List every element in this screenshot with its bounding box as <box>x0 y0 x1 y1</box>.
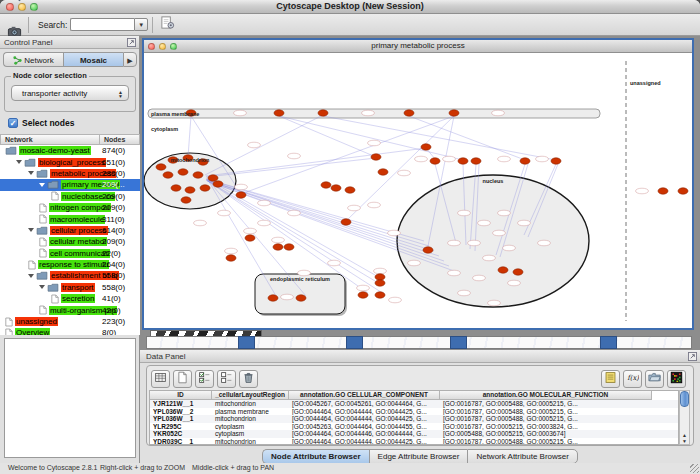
network-node[interactable] <box>181 197 191 203</box>
table-row[interactable]: YJR121W__1mitochondrion[GO:0045267, GO:0… <box>150 400 678 408</box>
minimized-window-edge[interactable] <box>238 336 255 349</box>
network-node[interactable] <box>375 274 385 280</box>
network-node[interactable] <box>273 244 283 250</box>
tree-row-macromolecule[interactable]: macromolecule311(0) <box>0 213 140 224</box>
float-panel-icon[interactable] <box>688 352 697 361</box>
expand-arrow-icon[interactable] <box>28 228 34 232</box>
network-node[interactable] <box>378 169 388 175</box>
network-node[interactable] <box>284 244 294 250</box>
network-node[interactable] <box>375 280 385 286</box>
column-header[interactable]: annotation.GO MOLECULAR_FUNCTION <box>440 391 652 400</box>
tree-row-biological-process[interactable]: biological_process651(0) <box>0 156 140 167</box>
zoom-region-button[interactable] <box>4 0 24 7</box>
network-node[interactable] <box>318 110 328 116</box>
table-row[interactable]: YLR295Ccytoplasm[GO:0045263, GO:0044464,… <box>150 423 678 431</box>
attribute-matrix-button[interactable] <box>667 370 686 388</box>
network-node[interactable] <box>358 292 368 298</box>
network-node[interactable] <box>404 110 414 116</box>
select-nodes-checkbox[interactable]: ✓ <box>8 118 18 128</box>
network-node[interactable] <box>345 187 355 193</box>
network-canvas[interactable]: plasma membranecytoplasmmitochondrionnuc… <box>144 53 692 328</box>
network-node[interactable] <box>449 110 459 116</box>
network-node[interactable] <box>375 292 385 298</box>
column-header[interactable]: _cellularLayoutRegion <box>212 391 289 400</box>
tree-row-unassigned[interactable]: unassigned223(0) <box>0 316 140 327</box>
tree-row-overview[interactable]: Overview8(0) <box>0 327 140 335</box>
tree-row-metabolic-process[interactable]: metabolic process280(0) <box>0 168 140 179</box>
tab-network-attribute-browser[interactable]: Network Attribute Browser <box>467 449 577 463</box>
network-node[interactable] <box>421 144 431 150</box>
network-node[interactable] <box>226 255 236 261</box>
network-node[interactable] <box>268 295 278 301</box>
tree-row-primary-metabol[interactable]: primary metabol209(... <box>0 179 140 190</box>
tab-node-attribute-browser[interactable]: Node Attribute Browser <box>262 449 369 463</box>
network-node[interactable] <box>331 185 341 191</box>
tree-row-cellular-metabol[interactable]: cellular metabol209(0) <box>0 236 140 247</box>
network-node[interactable] <box>296 295 306 301</box>
tree-row-establishment-of-lo[interactable]: establishment of lo558(0) <box>0 270 140 281</box>
minimized-window-edge[interactable] <box>346 336 363 349</box>
search-input[interactable] <box>70 18 134 31</box>
attribute-notes-button[interactable] <box>601 370 620 388</box>
scrollbar-arrows[interactable]: ▲▼ <box>679 432 690 444</box>
table-row[interactable]: YPL036W__1mitochondrion[GO:0044464, GO:0… <box>150 415 678 423</box>
network-node[interactable] <box>185 187 195 193</box>
network-node[interactable] <box>193 172 203 178</box>
node-color-dropdown[interactable]: transporter activity ▲▼ <box>11 85 129 101</box>
network-node[interactable] <box>471 158 481 164</box>
tree-row-response-to-stimulu[interactable]: response to stimulu264(0) <box>0 259 140 270</box>
network-view-titlebar[interactable]: primary metabolic process <box>144 40 692 53</box>
unselect-attributes-button[interactable] <box>217 370 236 388</box>
network-node[interactable] <box>371 154 381 160</box>
tree-row-secretion[interactable]: secretion41(0) <box>0 293 140 304</box>
network-view-window[interactable]: primary metabolic process plasma membran… <box>142 38 694 330</box>
tree-row-transport[interactable]: transport558(0) <box>0 282 140 293</box>
expand-arrow-icon[interactable] <box>28 171 34 175</box>
column-header[interactable]: annotation.GO CELLULAR_COMPONENT <box>289 391 440 400</box>
minimized-window-edge[interactable] <box>450 336 467 349</box>
tree-row-nucleobase-co[interactable]: nucleobase-co209(0) <box>0 191 140 202</box>
tree-col-network[interactable]: Network <box>0 134 100 145</box>
titlebar[interactable]: Cytoscape Desktop (New Session) <box>0 0 700 14</box>
column-header[interactable]: ID <box>150 391 212 400</box>
new-attribute-button[interactable] <box>173 370 192 388</box>
network-node[interactable] <box>520 158 530 164</box>
scrollbar-thumb[interactable] <box>680 391 689 407</box>
network-node[interactable] <box>341 219 351 225</box>
float-panel-icon[interactable] <box>127 38 136 47</box>
tab-network[interactable]: Network <box>3 52 63 67</box>
network-node[interactable] <box>208 175 218 181</box>
attribute-table[interactable]: ID_cellularLayoutRegionannotation.GO CEL… <box>149 390 679 445</box>
tree-row-mosaic-demo-yeast[interactable]: mosaic-demo-yeast874(0) <box>0 145 140 156</box>
attribute-table-button[interactable] <box>151 370 170 388</box>
network-node[interactable] <box>213 181 223 187</box>
network-node[interactable] <box>458 158 468 164</box>
network-node[interactable] <box>551 158 561 164</box>
network-node[interactable] <box>513 269 523 275</box>
search-dropdown[interactable]: ▼ <box>134 18 148 31</box>
delete-attribute-button[interactable] <box>239 370 258 388</box>
expand-arrow-icon[interactable] <box>39 285 45 289</box>
network-node[interactable] <box>274 110 284 116</box>
tree-row-nitrogen-compou[interactable]: nitrogen compou209(0) <box>0 202 140 213</box>
network-node[interactable] <box>236 192 246 198</box>
tree-row-cell-communicati[interactable]: cell communicati22(0) <box>0 248 140 259</box>
network-node[interactable] <box>321 182 331 188</box>
resize-grip[interactable] <box>690 464 699 473</box>
expand-arrow-icon[interactable] <box>28 274 34 278</box>
tree-row-multi-organism-pro[interactable]: multi-organism pro42(0) <box>0 304 140 315</box>
network-node[interactable] <box>200 185 210 191</box>
tree-row-cellular-process[interactable]: cellular process614(0) <box>0 225 140 236</box>
network-node[interactable] <box>430 158 440 164</box>
network-node[interactable] <box>658 188 668 194</box>
network-node[interactable] <box>423 247 433 253</box>
network-node[interactable] <box>678 188 688 194</box>
network-node[interactable] <box>178 169 188 175</box>
network-node[interactable] <box>171 185 181 191</box>
network-node[interactable] <box>156 164 166 170</box>
select-attributes-button[interactable] <box>195 370 214 388</box>
tab-edge-attribute-browser[interactable]: Edge Attribute Browser <box>369 449 468 463</box>
expand-arrow-icon[interactable] <box>39 183 45 187</box>
import-attributes-button[interactable] <box>645 370 664 388</box>
table-row[interactable]: YDR039C__1mitochondrion[GO:0044464, GO:0… <box>150 438 678 445</box>
